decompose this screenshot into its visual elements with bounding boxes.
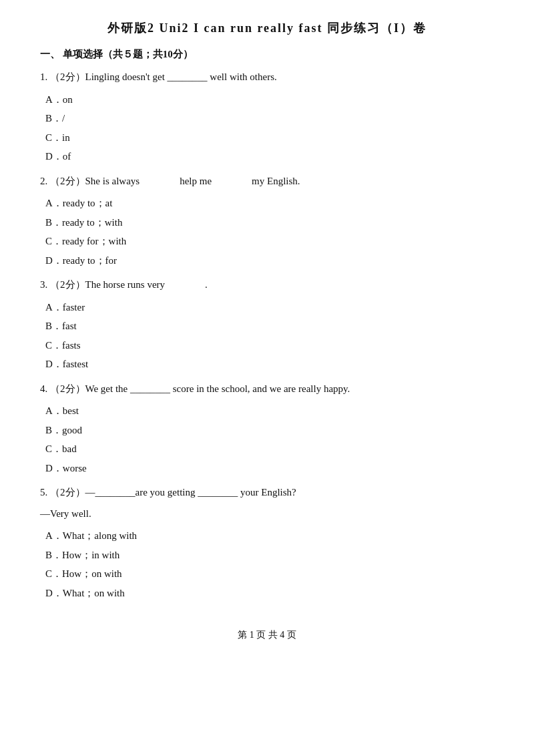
options-list: A．ready to；atB．ready to；withC．ready for；…: [45, 194, 494, 270]
option-item: A．on: [45, 90, 494, 110]
option-item: B．/: [45, 109, 494, 128]
option-item: A．best: [45, 401, 494, 421]
option-item: A．faster: [45, 298, 494, 317]
option-item: C．ready for；with: [45, 232, 494, 251]
question-block: 2. （2分）She is always help me my English.…: [40, 173, 494, 270]
page-footer: 第 1 页 共 4 页: [40, 629, 494, 641]
page-title: 外研版2 Uni2 I can run really fast 同步练习（I）卷: [40, 20, 494, 36]
options-list: A．onB．/C．inD．of: [45, 90, 494, 166]
option-item: D．fastest: [45, 355, 494, 374]
option-item: B．How；in with: [45, 546, 494, 565]
option-item: C．in: [45, 128, 494, 148]
question-stem: 4. （2分）We get the ________ score in the …: [40, 381, 494, 398]
option-item: A．ready to；at: [45, 194, 494, 213]
options-list: A．fasterB．fastC．fastsD．fastest: [45, 298, 494, 374]
option-item: C．fasts: [45, 336, 494, 355]
option-item: B．ready to；with: [45, 213, 494, 232]
question-block: 3. （2分）The horse runs very .A．fasterB．fa…: [40, 276, 494, 374]
option-item: D．worse: [45, 459, 494, 478]
option-item: D．of: [45, 147, 494, 166]
option-item: C．How；on with: [45, 564, 494, 584]
options-list: A．What；along withB．How；in withC．How；on w…: [45, 526, 494, 602]
question-sub-stem: —Very well.: [40, 506, 494, 523]
question-block: 4. （2分）We get the ________ score in the …: [40, 381, 494, 478]
option-item: B．good: [45, 421, 494, 440]
question-stem: 1. （2分）Lingling doesn't get ________ wel…: [40, 69, 494, 86]
option-item: B．fast: [45, 317, 494, 336]
option-item: D．What；on with: [45, 584, 494, 603]
options-list: A．bestB．goodC．badD．worse: [45, 401, 494, 478]
question-block: 1. （2分）Lingling doesn't get ________ wel…: [40, 69, 494, 166]
question-block: 5. （2分）—________are you getting ________…: [40, 484, 494, 602]
option-item: C．bad: [45, 439, 494, 459]
question-stem: 3. （2分）The horse runs very .: [40, 276, 494, 294]
question-stem: 5. （2分）—________are you getting ________…: [40, 484, 494, 502]
option-item: A．What；along with: [45, 526, 494, 546]
question-stem: 2. （2分）She is always help me my English.: [40, 173, 494, 190]
section1-title: 一、 单项选择（共５题；共10分）: [40, 48, 494, 61]
option-item: D．ready to；for: [45, 251, 494, 270]
questions-container: 1. （2分）Lingling doesn't get ________ wel…: [40, 69, 494, 602]
